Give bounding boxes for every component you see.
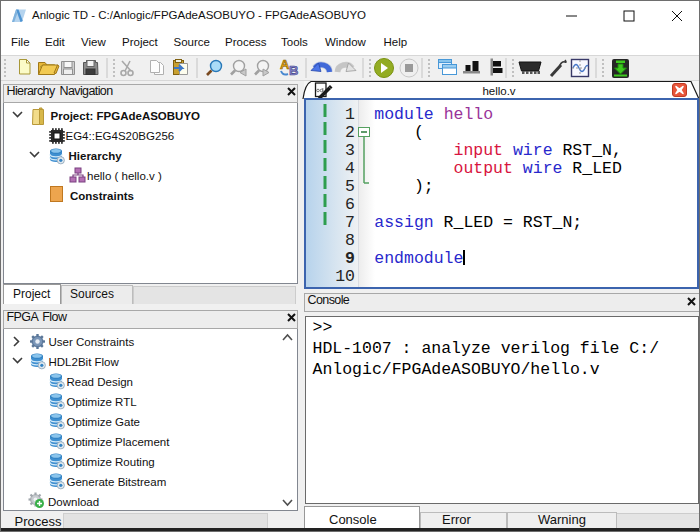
svg-text:B: B bbox=[289, 63, 298, 78]
